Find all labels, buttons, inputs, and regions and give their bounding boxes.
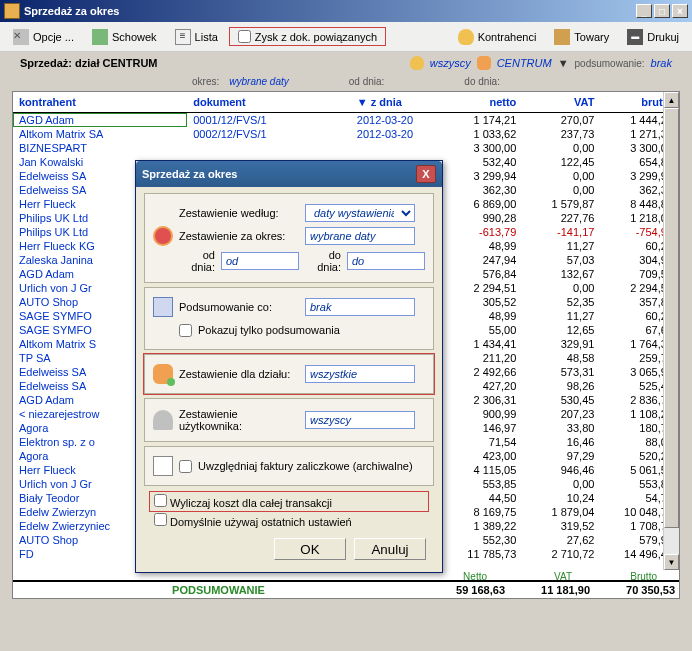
domysl-checkbox[interactable] — [154, 513, 167, 526]
wszyscy-link[interactable]: wszyscy — [430, 57, 471, 69]
cell-vat: 1 579,87 — [522, 197, 600, 211]
cell-vat: 227,76 — [522, 211, 600, 225]
cell-netto: 3 299,94 — [444, 169, 523, 183]
dialog-sprzedaz: Sprzedaż za okres X Zestawienie według: … — [135, 160, 443, 573]
cell-netto: 4 115,05 — [444, 463, 523, 477]
cell-vat: 946,46 — [522, 463, 600, 477]
table-row[interactable]: BIZNESPART3 300,000,003 300,00 — [13, 141, 679, 155]
dodnia-input[interactable] — [347, 252, 425, 270]
col-dokument[interactable]: dokument — [187, 92, 351, 113]
cell-netto: 11 785,73 — [444, 547, 523, 561]
oddnia-label: od dnia: — [349, 76, 385, 87]
opcje-button[interactable]: Opcje ... — [6, 26, 81, 48]
cell-netto: 48,99 — [444, 309, 523, 323]
dialog-titlebar: Sprzedaż za okres X — [136, 161, 442, 187]
cell-kontrahent: Altkom Matrix SA — [13, 127, 187, 141]
cell-netto: 44,50 — [444, 491, 523, 505]
centrum-link[interactable]: CENTRUM — [497, 57, 552, 69]
brak-link[interactable]: brak — [651, 57, 672, 69]
anuluj-button[interactable]: Anuluj — [354, 538, 426, 560]
drukuj-button[interactable]: Drukuj — [620, 26, 686, 48]
towary-label: Towary — [574, 31, 609, 43]
zest-dzial-input[interactable] — [305, 365, 415, 383]
cell-netto: 247,94 — [444, 253, 523, 267]
vertical-scrollbar[interactable]: ▲ ▼ — [663, 92, 679, 570]
cell-vat: 0,00 — [522, 169, 600, 183]
dodnia-label: do dnia: — [464, 76, 500, 87]
zest-wedlug-select[interactable]: daty wystawienia — [305, 204, 415, 222]
col-zdnia[interactable]: ▼ z dnia — [351, 92, 444, 113]
cell-vat: 0,00 — [522, 141, 600, 155]
cell-vat: 98,26 — [522, 379, 600, 393]
cell-vat — [522, 561, 600, 563]
zest-okres-input[interactable] — [305, 227, 415, 245]
user-icon — [410, 56, 424, 70]
oddnia-input[interactable] — [221, 252, 299, 270]
cell-netto: 1 389,22 — [444, 519, 523, 533]
col-vat[interactable]: VAT — [522, 92, 600, 113]
ok-button[interactable]: OK — [274, 538, 346, 560]
cell-vat: 0,00 — [522, 183, 600, 197]
minimize-button[interactable]: _ — [636, 4, 652, 18]
cell-kontrahent: BIZNESPART — [13, 141, 187, 155]
okres-label: okres: — [192, 76, 219, 87]
domysl-label: Domyślnie używaj ostatnich ustawień — [170, 516, 352, 528]
zest-dzial-label: Zestawienie dla działu: — [179, 368, 299, 380]
cell-vat: 1 879,04 — [522, 505, 600, 519]
cell-netto: 362,30 — [444, 183, 523, 197]
zest-wedlug-label: Zestawienie według: — [179, 207, 299, 219]
cell-vat: 11,27 — [522, 309, 600, 323]
footer-netto: 59 168,63 — [420, 584, 505, 596]
scroll-thumb[interactable] — [664, 108, 679, 528]
kontrahenci-button[interactable]: Kontrahenci — [451, 26, 544, 48]
kontrahenci-label: Kontrahenci — [478, 31, 537, 43]
cell-netto: 146,97 — [444, 421, 523, 435]
cell-vat: 11,27 — [522, 239, 600, 253]
cell-dokument: 0001/12/FVS/1 — [187, 113, 351, 128]
zysk-checkbox-group[interactable]: Zysk z dok. powiązanych — [229, 27, 386, 46]
cell-kontrahent: AGD Adam — [13, 113, 187, 128]
panel-dzial: Zestawienie dla działu: — [144, 354, 434, 394]
table-row[interactable]: AGD Adam0001/12/FVS/12012-03-201 174,212… — [13, 113, 679, 128]
table-row[interactable]: Altkom Matrix SA0002/12/FVS/12012-03-201… — [13, 127, 679, 141]
zest-user-input[interactable] — [305, 411, 415, 429]
dialog-close-button[interactable]: X — [416, 165, 436, 183]
lista-label: Lista — [195, 31, 218, 43]
wylicz-checkbox[interactable] — [154, 494, 167, 507]
cell-vat: 12,65 — [522, 323, 600, 337]
footer-brutto: 70 350,53 — [590, 584, 675, 596]
pokazuj-label: Pokazuj tylko podsumowania — [198, 324, 340, 336]
close-button[interactable]: × — [672, 4, 688, 18]
zysk-checkbox[interactable] — [238, 30, 251, 43]
cell-netto: -613,79 — [444, 225, 523, 239]
wylicz-label: Wyliczaj koszt dla całej transakcji — [170, 497, 332, 509]
cell-netto: 8 169,75 — [444, 505, 523, 519]
drukuj-label: Drukuj — [647, 31, 679, 43]
schowek-button[interactable]: Schowek — [85, 26, 164, 48]
cell-vat: 0,00 — [522, 477, 600, 491]
col-kontrahent[interactable]: kontrahent — [13, 92, 187, 113]
uwzgl-checkbox[interactable] — [179, 460, 192, 473]
cell-netto: 6 869,00 — [444, 197, 523, 211]
towary-button[interactable]: Towary — [547, 26, 616, 48]
schowek-label: Schowek — [112, 31, 157, 43]
cell-vat: 52,35 — [522, 295, 600, 309]
cell-dokument — [187, 141, 351, 155]
podsumowanie-label: podsumowanie: — [575, 58, 645, 69]
zysk-label: Zysk z dok. powiązanych — [255, 31, 377, 43]
panel-zestawienie: Zestawienie według: daty wystawienia Zes… — [144, 193, 434, 283]
pokazuj-checkbox[interactable] — [179, 324, 192, 337]
maximize-button[interactable]: □ — [654, 4, 670, 18]
cell-netto: 427,20 — [444, 379, 523, 393]
dropdown-icon[interactable]: ▼ — [558, 57, 569, 69]
wybrane-link[interactable]: wybrane daty — [229, 76, 288, 87]
cell-netto: 1 434,41 — [444, 337, 523, 351]
cell-vat: -141,17 — [522, 225, 600, 239]
lista-button[interactable]: Lista — [168, 26, 225, 48]
scroll-down-button[interactable]: ▼ — [664, 554, 679, 570]
user-icon-dlg — [153, 410, 173, 430]
pods-co-input[interactable] — [305, 298, 415, 316]
opcje-icon — [13, 29, 29, 45]
col-netto[interactable]: netto — [444, 92, 523, 113]
scroll-up-button[interactable]: ▲ — [664, 92, 679, 108]
